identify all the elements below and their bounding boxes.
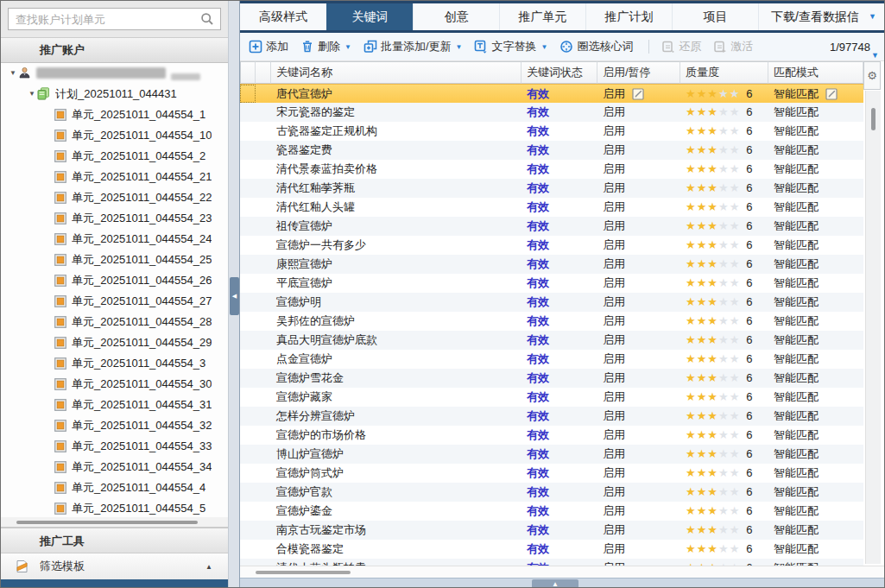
tree-unit-item[interactable]: 单元_20251011_044554_22 [1,187,228,208]
counter-caret-icon[interactable]: ▼ [871,51,879,60]
text-replace-button[interactable]: 文字替换 ▼ [474,39,547,54]
tab-4[interactable]: 推广计划 [585,3,672,30]
table-row[interactable]: 南京古玩鉴定市场 有效 启用 ★★★★★ 6 智能匹配 [240,521,863,540]
tree-unit-item[interactable]: 单元_20251011_044554_21 [1,167,228,187]
batch-add-update-button[interactable]: 批量添加/更新 ▼ [363,39,463,54]
tree-expand-icon[interactable]: ▼ [27,90,37,98]
tree-unit-item[interactable]: 单元_20251011_044554_34 [1,457,228,477]
tree-unit-item[interactable]: 单元_20251011_044554_10 [1,125,228,146]
table-horizontal-scrollbar[interactable] [240,566,884,578]
row-selector-cell[interactable] [240,502,256,521]
table-row[interactable]: 宣德炉明 有效 启用 ★★★★★ 6 智能匹配 [240,293,863,312]
tools-section-title[interactable]: 推广工具 [1,528,228,553]
row-selector-cell[interactable] [240,141,256,160]
row-selector-cell[interactable] [240,103,256,122]
table-hscroll-thumb[interactable] [256,571,351,574]
table-row[interactable]: 祖传宣德炉 有效 启用 ★★★★★ 6 智能匹配 [240,217,863,236]
row-selector-cell[interactable] [240,179,256,198]
tab-0[interactable]: 高级样式 [240,3,326,30]
table-row[interactable]: 清代红釉荸荠瓶 有效 启用 ★★★★★ 6 智能匹配 [240,179,863,198]
tree-unit-item[interactable]: 单元_20251011_044554_26 [1,270,228,291]
row-selector-cell[interactable] [240,217,256,236]
table-row[interactable]: 宋元瓷器的鉴定 有效 启用 ★★★★★ 6 智能匹配 [240,103,863,122]
table-row[interactable]: 怎样分辨宣德炉 有效 启用 ★★★★★ 6 智能匹配 [240,407,863,426]
table-row[interactable]: 宣德炉的市场价格 有效 启用 ★★★★★ 6 智能匹配 [240,426,863,445]
tab-1[interactable]: 关键词 [326,3,413,30]
table-row[interactable]: 宣德炉官款 有效 启用 ★★★★★ 6 智能匹配 [240,483,863,502]
table-row[interactable]: 古瓷器鉴定正规机构 有效 启用 ★★★★★ 6 智能匹配 [240,122,863,141]
col-quality[interactable]: 质量度 [680,61,768,84]
tree-unit-item[interactable]: 单元_20251011_044554_31 [1,395,228,415]
tree-unit-item[interactable]: 单元_20251011_044554_23 [1,208,228,229]
match-edit-icon[interactable] [825,87,838,100]
tree-unit-item[interactable]: 单元_20251011_044554_25 [1,250,228,270]
tab-2[interactable]: 创意 [413,3,499,30]
tree-account-item[interactable]: ▼ [1,63,228,84]
col-keyword-name[interactable]: 关键词名称 [271,61,522,84]
activate-button[interactable]: 激活 [713,39,753,54]
row-selector-cell[interactable] [240,293,256,312]
row-selector-cell[interactable] [240,85,256,103]
col-keyword-status[interactable]: 关键词状态 [522,61,597,84]
tree-unit-item[interactable]: 单元_20251011_044554_24 [1,229,228,250]
row-selector-cell[interactable] [240,160,256,179]
table-row[interactable]: 瓷器鉴定费 有效 启用 ★★★★★ 6 智能匹配 [240,141,863,160]
tree-unit-item[interactable]: 单元_20251011_044554_33 [1,436,228,457]
row-selector-cell[interactable] [240,331,256,350]
delete-button[interactable]: 删除 ▼ [300,39,351,54]
restore-button[interactable]: 还原 [661,39,701,54]
search-input[interactable] [8,8,221,30]
tree-unit-item[interactable]: 单元_20251011_044554_29 [1,332,228,353]
table-row[interactable]: 点金宣德炉 有效 启用 ★★★★★ 6 智能匹配 [240,350,863,369]
delete-caret-icon[interactable]: ▼ [345,43,351,51]
table-row[interactable]: 清代大蒜头瓶拍卖 有效 启用 ★★★★★ 6 智能匹配 [240,559,863,566]
table-row[interactable]: 清代红釉人头罐 有效 启用 ★★★★★ 6 智能匹配 [240,198,863,217]
table-row[interactable]: 合模瓷器鉴定 有效 启用 ★★★★★ 6 智能匹配 [240,540,863,559]
filter-template-row[interactable]: 筛选模板 ▲ [1,553,228,579]
tree-unit-item[interactable]: 单元_20251011_044554_2 [1,146,228,167]
table-row[interactable]: 吴邦佐的宣德炉 有效 启用 ★★★★★ 6 智能匹配 [240,312,863,331]
row-selector-cell[interactable] [240,483,256,502]
row-selector-cell[interactable] [240,407,256,426]
tree-unit-item[interactable]: 单元_20251011_044554_32 [1,415,228,436]
table-row[interactable]: 宣德炉雪花金 有效 启用 ★★★★★ 6 智能匹配 [240,369,863,388]
row-selector-cell[interactable] [240,464,256,483]
table-row[interactable]: 康熙宣德炉 有效 启用 ★★★★★ 6 智能匹配 [240,255,863,274]
col-enable-pause[interactable]: 启用/暂停 [597,61,680,84]
tree-expand-icon[interactable]: ▼ [8,69,18,77]
sidebar-hscroll-thumb[interactable] [16,521,198,524]
tree-unit-item[interactable]: 单元_20251011_044554_27 [1,291,228,312]
tree-unit-item[interactable]: 单元_20251011_044554_1 [1,104,228,125]
sidebar-horizontal-scrollbar[interactable] [1,517,228,528]
row-selector-cell[interactable] [240,255,256,274]
tree-unit-item[interactable]: 单元_20251011_044554_28 [1,312,228,332]
bottom-panel-expand-button[interactable]: ▲ [532,579,578,588]
table-vscroll-thumb[interactable] [871,108,876,130]
col-match-mode[interactable]: 匹配模式 [768,61,863,84]
table-row[interactable]: 宣德炉藏家 有效 启用 ★★★★★ 6 智能匹配 [240,388,863,407]
row-selector-cell[interactable] [240,426,256,445]
table-row[interactable]: 博山炉宣德炉 有效 启用 ★★★★★ 6 智能匹配 [240,445,863,464]
tree-unit-item[interactable]: 单元_20251011_044554_5 [1,498,228,517]
row-selector-cell[interactable] [240,122,256,141]
row-selector-cell[interactable] [240,540,256,559]
table-row[interactable]: 真品大明宣德炉底款 有效 启用 ★★★★★ 6 智能匹配 [240,331,863,350]
row-selector-cell[interactable] [240,369,256,388]
tab-5[interactable]: 项目 [672,3,758,30]
download-data-button[interactable]: 下载/查看数据信息 ▼ [758,3,884,30]
filter-collapse-icon[interactable]: ▲ [205,563,212,571]
table-row[interactable]: 清代景泰蓝拍卖价格 有效 启用 ★★★★★ 6 智能匹配 [240,160,863,179]
table-row[interactable]: 宣德炉鎏金 有效 启用 ★★★★★ 6 智能匹配 [240,502,863,521]
replace-caret-icon[interactable]: ▼ [540,43,547,51]
tree-plan-item[interactable]: ▼ 计划_20251011_044431 [1,84,228,104]
table-row[interactable]: 平底宣德炉 有效 启用 ★★★★★ 6 智能匹配 [240,274,863,293]
tree-unit-item[interactable]: 单元_20251011_044554_3 [1,353,228,374]
search-icon[interactable] [200,12,214,26]
table-row[interactable]: 宣德炉筒式炉 有效 启用 ★★★★★ 6 智能匹配 [240,464,863,483]
table-vertical-scrollbar[interactable] [865,91,881,564]
row-selector-cell[interactable] [240,236,256,255]
tab-3[interactable]: 推广单元 [499,3,585,30]
table-row[interactable]: 唐代宣德炉 有效 启用 ★★★★★ 6 智能匹配 [240,84,863,103]
row-selector-cell[interactable] [240,350,256,369]
batch-caret-icon[interactable]: ▼ [456,43,463,51]
